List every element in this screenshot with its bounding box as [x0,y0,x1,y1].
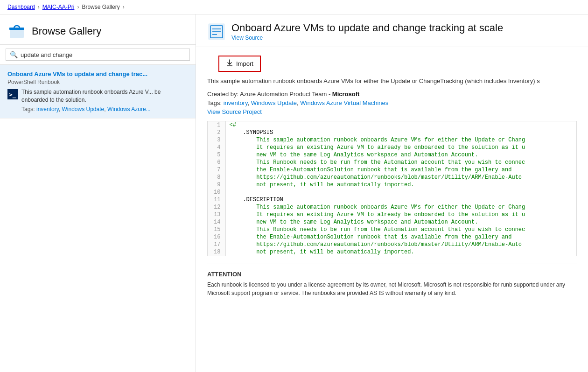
line-code [225,189,576,196]
right-header: Onboard Azure VMs to update and change t… [196,14,588,47]
code-line: 7 the Enable-AutomationSolution runbook … [208,166,576,174]
attention-text: Each runbook is licensed to you under a … [207,281,577,297]
code-line: 2 .SYNOPSIS [208,129,576,136]
code-line: 5 new VM to the same Log Analytics works… [208,151,576,159]
line-number: 5 [208,151,225,159]
tag-windows-azure-vm[interactable]: Windows Azure Virtual Machines [300,99,388,106]
line-number: 16 [208,233,225,241]
line-code: the Enable-AutomationSolution runbook th… [225,166,576,174]
description-text: This sample automation runbook onboards … [207,77,577,86]
code-line: 9 not present, it will be automatically … [208,181,576,189]
tags-label: Tags: [21,106,35,112]
result-desc: This sample automation runbook onboards … [21,88,188,104]
code-line: 10 [208,189,576,196]
code-block: 1<#2 .SYNOPSIS3 This sample automation r… [207,121,577,256]
breadcrumb-sep-1: › [38,4,40,10]
line-number: 6 [208,159,225,166]
breadcrumb-sep-3: › [123,4,125,10]
right-title-row: Onboard Azure VMs to update and change t… [207,22,577,41]
line-number: 8 [208,174,225,181]
result-title: Onboard Azure VMs to update and change t… [7,70,188,77]
created-by-row: Created by: Azure Automation Product Tea… [207,91,577,98]
code-table: 1<#2 .SYNOPSIS3 This sample automation r… [208,121,576,256]
breadcrumb-maic[interactable]: MAIC-AA-Pri [42,4,75,10]
search-bar: 🔍 [0,45,196,65]
result-content: >_ This sample automation runbook onboar… [7,88,188,112]
main-layout: Browse Gallery 🔍 Onboard Azure VMs to up… [0,14,588,372]
created-by-prefix: Created by: Azure Automation Product Tea… [207,91,332,98]
import-button[interactable]: Import [218,56,261,72]
powershell-icon: >_ [7,89,17,102]
result-item[interactable]: Onboard Azure VMs to update and change t… [0,65,196,119]
line-code: .DESCRIPTION [225,196,576,204]
line-number: 18 [208,248,225,256]
code-line: 18 not present, it will be automatically… [208,248,576,256]
code-line: 11 .DESCRIPTION [208,196,576,204]
line-number: 12 [208,204,225,211]
line-code: It requires an existing Azure VM to alre… [225,144,576,151]
tags-row: Tags: inventory, Windows Update, Windows… [207,99,577,106]
code-line: 17 https://github.com/azureautomation/ru… [208,241,576,248]
search-wrapper: 🔍 [6,49,190,61]
line-code: It requires an existing Azure VM to alre… [225,211,576,218]
right-panel: Onboard Azure VMs to update and change t… [196,14,588,372]
line-code: not present, it will be automatically im… [225,248,576,256]
code-line: 12 This sample automation runbook onboar… [208,204,576,211]
line-number: 2 [208,129,225,136]
line-code: This Runbook needs to be run from the Au… [225,226,576,233]
tag-windows-update[interactable]: Windows Update [62,106,105,112]
line-number: 13 [208,211,225,218]
code-line: 6 This Runbook needs to be run from the … [208,159,576,166]
tag-windows-update[interactable]: Windows Update [251,99,297,106]
import-label: Import [236,60,253,67]
line-number: 1 [208,121,225,129]
attention-title: ATTENTION [207,270,577,279]
code-line: 1<# [208,121,576,129]
view-source-link[interactable]: View Source [231,35,263,41]
tag-inventory[interactable]: inventory [36,106,59,112]
code-line: 14 new VM to the same Log Analytics work… [208,218,576,226]
code-line: 8 https://github.com/azureautomation/run… [208,174,576,181]
result-type: PowerShell Runbook [7,79,188,85]
tags-label: Tags: [207,99,222,106]
breadcrumb-dashboard[interactable]: Dashboard [7,4,35,10]
line-code: the Enable-AutomationSolution runbook th… [225,233,576,241]
line-code: not present, it will be automatically im… [225,181,576,189]
line-code: This Runbook needs to be run from the Au… [225,159,576,166]
right-title-text: Onboard Azure VMs to update and change t… [231,22,503,41]
attention-box: ATTENTION Each runbook is licensed to yo… [207,264,577,298]
right-panel-title: Onboard Azure VMs to update and change t… [231,22,503,34]
line-number: 10 [208,189,225,196]
created-by-bold: Microsoft [332,91,360,98]
code-line: 15 This Runbook needs to be run from the… [208,226,576,233]
view-source-project-link[interactable]: View Source Project [207,108,577,115]
breadcrumb-sep-2: › [77,4,79,10]
line-number: 4 [208,144,225,151]
line-code: https://github.com/azureautomation/runbo… [225,174,576,181]
tag-windows-azure[interactable]: Windows Azure... [107,106,151,112]
results-list: Onboard Azure VMs to update and change t… [0,65,196,372]
import-icon [226,59,233,68]
line-number: 9 [208,181,225,189]
search-icon: 🔍 [10,51,18,58]
svg-rect-1 [9,28,24,30]
left-panel: Browse Gallery 🔍 Onboard Azure VMs to up… [0,14,196,372]
left-panel-title: Browse Gallery [32,25,101,37]
line-number: 14 [208,218,225,226]
breadcrumb-current: Browse Gallery [82,4,119,10]
line-number: 15 [208,226,225,233]
line-code: This sample automation runbook onboards … [225,136,576,144]
right-content: This sample automation runbook onboards … [196,77,588,372]
tag-inventory[interactable]: inventory [224,99,248,106]
line-code: https://github.com/azureautomation/runbo… [225,241,576,248]
search-input[interactable] [21,51,186,58]
result-details: This sample automation runbook onboards … [21,88,188,112]
line-number: 7 [208,166,225,174]
code-line: 3 This sample automation runbook onboard… [208,136,576,144]
line-code: new VM to the same Log Analytics workspa… [225,218,576,226]
line-code: new VM to the same Log Analytics workspa… [225,151,576,159]
line-code: <# [225,121,576,129]
code-line: 16 the Enable-AutomationSolution runbook… [208,233,576,241]
line-number: 17 [208,241,225,248]
left-header: Browse Gallery [0,14,196,45]
